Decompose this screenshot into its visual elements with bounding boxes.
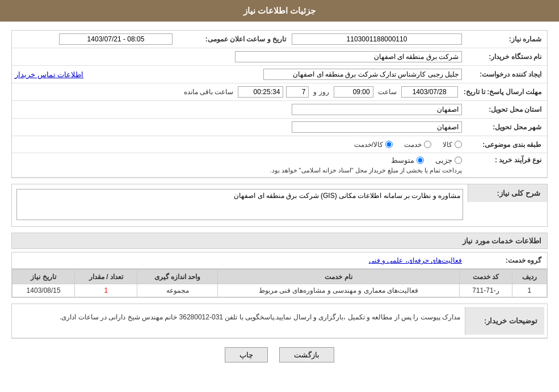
city-input[interactable] [292, 121, 462, 133]
services-section-title: اطلاعات خدمات مورد نیاز [11, 233, 548, 249]
buyer-notes-content: مدارک پیوست را پس از مطالعه و تکمیل ،بار… [15, 307, 465, 327]
need-number-row: شماره نیاز: تاریخ و ساعت اعلان عمومی: [12, 31, 547, 48]
category-radio-goods[interactable]: کالا [443, 141, 462, 149]
service-group-row: گروه خدمت: فعالیت‌های حرفه‌ای، علمی و فن… [11, 252, 548, 269]
need-description-section: شرح کلی نیاز: [11, 184, 548, 227]
deadline-row: مهلت ارسال پاسخ: تا تاریخ: ساعت روز و سا… [12, 83, 547, 101]
print-button[interactable]: چاپ [225, 347, 268, 363]
buyer-notes-section: توضیحات خریدار: مدارک پیوست را پس از مطا… [11, 304, 548, 339]
province-row: استان محل تحویل: [12, 101, 547, 119]
deadline-date-input[interactable] [401, 86, 458, 98]
col-name: نام خدمت [217, 270, 460, 284]
requester-row: نام دستگاه خریدار: [12, 48, 547, 66]
need-desc-label: شرح کلی نیاز: [468, 184, 547, 202]
requester-value [15, 50, 465, 64]
deadline-time-input[interactable] [334, 86, 373, 98]
back-button[interactable]: بازگشت [279, 347, 334, 363]
process-type-row: نوع فرآیند خرید : جزیی متوسط پرداخت تمام… [12, 153, 547, 178]
process-radio-medium-input[interactable] [417, 157, 424, 164]
time-label: ساعت [376, 88, 398, 96]
col-unit: واحد اندازه گیری [137, 270, 217, 284]
category-radios: کالا خدمت کالا/خدمت [15, 140, 465, 150]
category-row: طبقه بندی موضوعی: کالا خدمت کالا/خدمت [12, 136, 547, 153]
buyer-notes-row: توضیحات خریدار: مدارک پیوست را پس از مطا… [12, 304, 547, 338]
table-cell-unit: مجموعه [137, 284, 217, 297]
process-radio-medium[interactable]: متوسط [391, 156, 424, 165]
province-input[interactable] [292, 104, 462, 115]
province-value [15, 103, 465, 116]
remaining-label: ساعت باقی مانده [182, 88, 236, 96]
category-goods-label: کالا [443, 141, 452, 149]
announce-value [15, 32, 175, 46]
deadline-days-input[interactable] [286, 86, 309, 98]
category-radio-both-input[interactable] [385, 141, 393, 148]
service-group-value: فعالیت‌های حرفه‌ای، علمی و فنی [15, 255, 465, 265]
page-title: جزئیات اطلاعات نیاز [243, 6, 316, 15]
deadline-label: مهلت ارسال پاسخ: تا تاریخ: [461, 87, 544, 97]
process-radio-small-input[interactable] [455, 157, 462, 164]
category-radio-goods-input[interactable] [455, 141, 462, 148]
category-radio-service-input[interactable] [424, 141, 431, 148]
table-cell-name: فعالیت‌های معماری و مهندسی و مشاوره‌های … [217, 284, 460, 297]
announce-input[interactable] [59, 33, 173, 45]
need-number-input[interactable] [292, 33, 462, 45]
service-group-label: گروه خدمت: [465, 255, 544, 265]
col-row: ردیف [512, 270, 547, 284]
service-group-link[interactable]: فعالیت‌های حرفه‌ای، علمی و فنی [369, 256, 462, 264]
action-buttons: بازگشت چاپ [11, 347, 548, 363]
process-small-label: جزیی [435, 156, 452, 165]
table-cell-qty: 1 [75, 284, 137, 297]
deadline-value: ساعت روز و ساعت باقی مانده [15, 85, 461, 99]
creator-value [89, 68, 465, 81]
main-info-section: شماره نیاز: تاریخ و ساعت اعلان عمومی: نا… [11, 30, 548, 178]
creator-label: ایجاد کننده درخواست: [465, 69, 544, 79]
col-date: تاریخ نیاز [12, 270, 75, 284]
col-qty: تعداد / مقدار [75, 270, 137, 284]
requester-label: نام دستگاه خریدار: [465, 52, 544, 62]
deadline-remaining-input[interactable] [238, 86, 283, 98]
category-radio-service[interactable]: خدمت [404, 141, 431, 149]
buyer-notes-label: توضیحات خریدار: [465, 307, 544, 335]
creator-input[interactable] [263, 69, 462, 80]
creator-row: ایجاد کننده درخواست: اطلاعات تماس خریدار [12, 66, 547, 83]
announce-label: تاریخ و ساعت اعلان عمومی: [175, 34, 289, 44]
category-radio-both[interactable]: کالا/خدمت [354, 141, 393, 149]
services-table-section: ردیف کد خدمت نام خدمت واحد اندازه گیری ت… [11, 269, 548, 298]
city-row: شهر محل تحویل: [12, 119, 547, 136]
need-number-value [289, 32, 465, 46]
table-cell-code: ر-71-711 [460, 284, 512, 297]
process-label: نوع فرآیند خرید : [465, 155, 544, 165]
process-radio-small[interactable]: جزیی [435, 156, 462, 165]
services-table: ردیف کد خدمت نام خدمت واحد اندازه گیری ت… [12, 269, 547, 297]
table-cell-row: 1 [512, 284, 547, 297]
process-desc-text: پرداخت تمام یا بخشی از مبلغ خریداز محل "… [18, 167, 462, 174]
table-row: 1ر-71-711فعالیت‌های معماری و مهندسی و مش… [12, 284, 547, 297]
need-desc-textarea[interactable] [16, 189, 463, 220]
col-code: کد خدمت [460, 270, 512, 284]
category-label: طبقه بندی موضوعی: [465, 140, 544, 150]
creator-contact-link[interactable]: اطلاعات تماس خریدار [15, 70, 83, 79]
province-label: استان محل تحویل: [465, 104, 544, 115]
requester-input[interactable] [235, 51, 462, 62]
city-label: شهر محل تحویل: [465, 122, 544, 132]
days-label: روز و [312, 88, 330, 96]
category-service-label: خدمت [404, 141, 422, 149]
table-cell-date: 1403/08/15 [12, 284, 75, 297]
page-header: جزئیات اطلاعات نیاز [0, 0, 559, 22]
city-value [15, 120, 465, 134]
need-number-label: شماره نیاز: [465, 34, 544, 44]
process-medium-label: متوسط [391, 156, 414, 165]
category-both-label: کالا/خدمت [354, 141, 383, 149]
